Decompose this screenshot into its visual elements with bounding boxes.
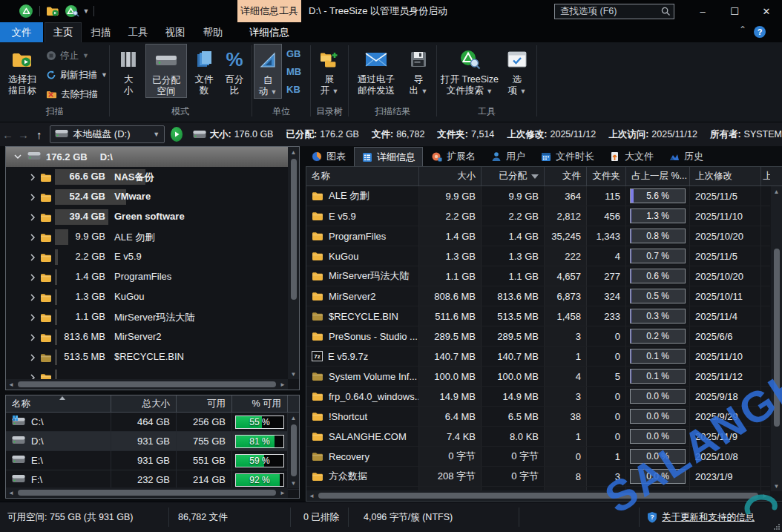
col-allocated[interactable]: 已分配 bbox=[482, 167, 545, 185]
export-button[interactable]: 导 出 ▼ bbox=[404, 44, 433, 97]
scroll-up-icon[interactable]: ▲ bbox=[289, 413, 299, 423]
unit-auto-button[interactable]: 自 动 ▼ bbox=[254, 44, 282, 99]
unit-mb[interactable]: MB bbox=[286, 66, 301, 77]
table-row[interactable]: System Volume Inf... 100.0 MB 100.0 MB 4… bbox=[306, 367, 770, 387]
expand-button[interactable]: 展 开 ▼ bbox=[313, 44, 346, 97]
scroll-down-icon[interactable]: ▼ bbox=[772, 481, 782, 491]
scroll-left-icon[interactable]: ◄ bbox=[6, 379, 16, 390]
maximize-button[interactable]: ☐ bbox=[719, 0, 750, 22]
table-row[interactable]: PreSonus - Studio ... 289.5 MB 289.5 MB … bbox=[306, 326, 770, 347]
scroll-right-icon[interactable]: ► bbox=[760, 490, 770, 501]
stop-button[interactable]: 停止▼ bbox=[46, 47, 89, 65]
forward-arrow-icon[interactable]: → bbox=[16, 128, 31, 141]
view-tab-6[interactable]: 历史 bbox=[662, 147, 710, 166]
start-scan-button[interactable] bbox=[171, 127, 183, 142]
details-table-header[interactable]: 名称 大小 已分配 文件 文件夹 占上一层 %... 上次修改 上 bbox=[306, 167, 782, 186]
scroll-left-icon[interactable]: ◄ bbox=[6, 487, 16, 498]
tree-item[interactable]: 813.6 MB MirServer2 bbox=[6, 327, 288, 347]
tab-home[interactable]: 主页 bbox=[45, 22, 82, 42]
mode-filecount-button[interactable]: 文件 数 bbox=[188, 44, 220, 96]
col-percent-of-parent[interactable]: 占上一层 %... bbox=[626, 167, 690, 185]
treesize-search-icon[interactable] bbox=[65, 4, 79, 19]
quick-access-dropdown-icon[interactable]: ▼ bbox=[82, 4, 91, 19]
mode-percent-button[interactable]: % 百分 比 bbox=[220, 44, 249, 96]
mode-allocated-button[interactable]: 已分配 空间 bbox=[145, 44, 187, 98]
table-row[interactable]: !Shortcut 6.4 MB 6.5 MB 38 0 0.0 % 2025/… bbox=[306, 407, 770, 427]
scroll-right-icon[interactable]: ► bbox=[277, 379, 288, 390]
search-input[interactable]: 查找选项 (F6) bbox=[554, 4, 674, 19]
tree-item[interactable]: 9.9 GB ALE 勿删 bbox=[6, 227, 288, 247]
col-size[interactable]: 大小 bbox=[419, 167, 482, 185]
drive-row[interactable]: E:\ 931 GB 551 GB 59 % bbox=[6, 451, 299, 470]
view-tab-5[interactable]: 大文件 bbox=[602, 147, 660, 166]
scroll-down-icon[interactable]: ▼ bbox=[289, 478, 299, 488]
tree-item[interactable] bbox=[6, 367, 288, 379]
tab-tools[interactable]: 工具 bbox=[120, 22, 156, 42]
update-info-link[interactable]: 关于更新和支持的信息 bbox=[662, 511, 755, 524]
table-row[interactable]: E v5.9 2.2 GB 2.2 GB 2,812 456 1.3 % 202… bbox=[306, 206, 770, 226]
drives-vertical-scrollbar[interactable]: ▲ ▼ bbox=[288, 413, 299, 488]
open-file-search-button[interactable]: 打开 TreeSize 文件搜索 ▼ bbox=[438, 44, 501, 97]
table-row[interactable]: SALANGHE.COM 7.4 KB 8.0 KB 1 0 0.0 % 202… bbox=[306, 427, 770, 447]
table-row[interactable]: ALE 勿删 9.9 GB 9.9 GB 364 115 5.6 % 2025/… bbox=[306, 186, 770, 206]
options-button[interactable]: 选 项 ▼ bbox=[502, 44, 532, 97]
unit-gb[interactable]: GB bbox=[286, 48, 301, 59]
tree-item[interactable]: 1.3 GB KuGou bbox=[6, 287, 288, 307]
tree-item[interactable]: 1.1 GB MirServer玛法大陆 bbox=[6, 307, 288, 327]
table-row[interactable]: MirServer2 808.6 MB 813.6 MB 6,873 324 0… bbox=[306, 286, 770, 306]
details-vertical-scrollbar[interactable]: ▲ ▼ bbox=[771, 186, 782, 491]
back-arrow-icon[interactable]: ← bbox=[0, 128, 16, 141]
resize-grip[interactable] bbox=[773, 523, 781, 531]
col-folders[interactable]: 文件夹 bbox=[587, 167, 626, 185]
open-scan-icon[interactable] bbox=[45, 4, 60, 19]
close-button[interactable]: ✕ bbox=[751, 0, 782, 22]
scroll-up-icon[interactable]: ▲ bbox=[289, 147, 299, 157]
remove-scan-button[interactable]: 去除扫描 bbox=[46, 85, 98, 103]
col-last-modified[interactable]: 上次修改 bbox=[690, 167, 761, 185]
table-row[interactable]: $RECYCLE.BIN 511.6 MB 513.5 MB 1,458 233… bbox=[306, 306, 770, 326]
col-files[interactable]: 文件 bbox=[545, 167, 587, 185]
select-scan-target-button[interactable]: 选择扫 描目标 bbox=[2, 44, 42, 96]
table-row[interactable]: 7zE v5.9.7z 140.7 MB 140.7 MB 1 0 0.1 % … bbox=[306, 347, 770, 367]
details-horizontal-scrollbar[interactable]: ◄ ► bbox=[306, 490, 770, 501]
tree-item[interactable]: 513.5 MB $RECYCLE.BIN bbox=[6, 347, 288, 367]
refresh-scan-button[interactable]: 刷新扫描▼ bbox=[46, 66, 108, 84]
table-row[interactable]: Recovery 0 字节 0 字节 0 1 0.0 % 2025/10/8 bbox=[306, 447, 770, 467]
tree-horizontal-scrollbar[interactable]: ◄ ► bbox=[6, 379, 288, 390]
tree-item[interactable]: 39.4 GB Green software bbox=[6, 207, 288, 227]
tree-vertical-scrollbar[interactable]: ▲ ▼ bbox=[288, 147, 299, 379]
view-tab-3[interactable]: 用户 bbox=[484, 147, 532, 166]
up-arrow-icon[interactable]: ↑ bbox=[31, 128, 47, 141]
path-dropdown[interactable]: 本地磁盘 (D:) ▼ bbox=[50, 125, 165, 143]
drive-row[interactable]: D:\ 931 GB 755 GB 81 % bbox=[6, 432, 299, 451]
drives-col-free[interactable]: 可用 bbox=[177, 395, 232, 412]
tab-file[interactable]: 文件 bbox=[0, 22, 43, 42]
table-row[interactable]: KuGou 1.3 GB 1.3 GB 222 4 0.7 % 2025/11/… bbox=[306, 246, 770, 266]
drives-col-total[interactable]: 总大小 bbox=[111, 395, 177, 412]
tree-item[interactable]: 66.6 GB NAS备份 bbox=[6, 167, 288, 187]
tree-item[interactable]: 1.4 GB ProgramFiles bbox=[6, 267, 288, 287]
table-row[interactable]: ProgramFiles 1.4 GB 1.4 GB 35,245 1,343 … bbox=[306, 226, 770, 246]
scroll-down-icon[interactable]: ▼ bbox=[289, 369, 299, 379]
col-clipped[interactable]: 上 bbox=[761, 167, 770, 185]
tab-help[interactable]: 帮助 bbox=[194, 22, 231, 42]
table-row[interactable]: MirServer玛法大陆 1.1 GB 1.1 GB 4,657 277 0.… bbox=[306, 266, 770, 286]
drives-table-header[interactable]: 名称 总大小 可用 % 可用 bbox=[6, 395, 299, 413]
mode-size-button[interactable]: 大 小 bbox=[113, 44, 144, 96]
tree-item[interactable]: 52.4 GB VMware bbox=[6, 187, 288, 207]
scroll-left-icon[interactable]: ◄ bbox=[306, 490, 317, 501]
view-tab-4[interactable]: 文件时长 bbox=[533, 147, 601, 166]
table-row[interactable]: frp_0.64.0_windows... 14.9 MB 14.9 MB 3 … bbox=[306, 387, 770, 407]
scroll-up-icon[interactable]: ▲ bbox=[772, 186, 782, 197]
tree-root-row[interactable]: 176.2 GB D:\ bbox=[6, 147, 288, 167]
scroll-right-icon[interactable]: ► bbox=[277, 487, 288, 498]
tab-scan[interactable]: 扫描 bbox=[83, 22, 119, 42]
tab-details-contextual[interactable]: 详细信息 bbox=[237, 22, 301, 42]
drives-horizontal-scrollbar[interactable]: ◄ ► bbox=[6, 487, 288, 498]
drives-col-name[interactable]: 名称 bbox=[6, 395, 111, 412]
tab-view[interactable]: 视图 bbox=[157, 22, 193, 42]
drive-row[interactable]: C:\ 464 GB 256 GB 55 % bbox=[6, 413, 299, 432]
view-tab-1[interactable]: 详细信息 bbox=[354, 147, 423, 166]
minimize-button[interactable]: – bbox=[687, 0, 718, 22]
col-name[interactable]: 名称 bbox=[306, 167, 419, 185]
